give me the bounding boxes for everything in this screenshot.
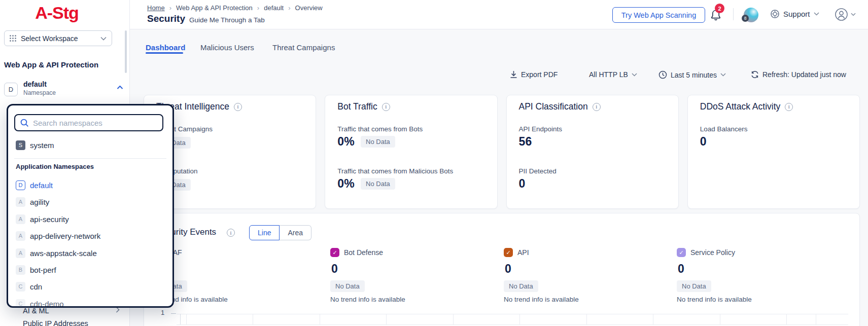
product-title: Web App & API Protection [4,60,98,69]
namespace-option-cdn-demo[interactable]: C cdn-demo [8,296,172,308]
card-api-classification: API Classification i API Endpoints 56 PI… [506,95,679,209]
namespace-option-cdn[interactable]: C cdn [8,278,172,295]
time-range-label: Last 5 minutes [671,71,717,79]
chart-mode-line[interactable]: Line [249,225,280,240]
no-data-badge: No Data [504,280,538,292]
header-divider [733,8,734,20]
app-root: A-Stg Select Workspace Web App & API Pro… [0,0,868,326]
support-menu[interactable]: Support [770,9,819,19]
summary-cards-row: Threat Intelligence i Threat Campaigns N… [144,95,860,209]
chevron-up-icon[interactable] [117,85,123,90]
namespace-option-label: api-security [30,215,69,224]
chart-mode-area[interactable]: Area [280,225,311,240]
try-web-app-scanning-button[interactable]: Try Web App Scanning [612,7,705,23]
legend-waf: ✓ WAF 0 No Data No trend info is availab… [153,248,305,276]
legend-checkbox-bot-defense[interactable]: ✓ [330,248,339,257]
tab-dashboard[interactable]: Dashboard [146,43,185,52]
metric-label: Traffic that comes from Bots [337,125,423,133]
sidebar-item-public-ip[interactable]: Public IP Addresses [23,319,88,326]
lifebuoy-icon [770,9,780,19]
guide-me-link[interactable]: Guide Me Through a Tab [189,16,265,24]
card-title: DDoS Attack Activity i [700,101,793,112]
namespace-initial-badge: A [16,231,25,241]
namespace-option-label: system [30,141,54,150]
namespace-search-box [14,114,163,131]
chart-gridline [720,314,720,324]
namespace-search-input[interactable] [33,119,157,127]
namespace-initial-badge: C [16,282,25,292]
info-icon[interactable]: i [234,103,242,111]
namespace-option-label: cdn-demo [30,300,64,308]
select-workspace-button[interactable]: Select Workspace [4,30,112,46]
namespace-initial-badge: C [16,299,25,308]
chart-gridline [453,314,454,324]
chart-gridline [177,314,848,314]
metric-label: Traffic that comes from Malicious Bots [337,167,453,175]
metric-value: 0 [700,135,707,149]
metric-label: Load Balancers [700,125,748,133]
lb-filter-dropdown[interactable]: All HTTP LB [589,70,637,79]
no-data-badge: No Data [677,280,711,292]
sidebar-scrollbar[interactable] [125,30,127,73]
card-title: API Classification i [519,101,601,112]
brand-logo[interactable]: A-Stg [0,3,114,23]
namespace-option-api-security[interactable]: A api-security [8,211,172,227]
search-icon [20,119,29,127]
tab-threat-campaigns[interactable]: Threat Campaigns [272,43,335,52]
y-axis-tick-mark [171,313,176,314]
account-menu[interactable] [835,8,856,21]
breadcrumb-home[interactable]: Home [147,4,165,12]
namespace-initial-badge: A [16,197,25,207]
metric-value: 0% [337,135,355,149]
breadcrumb: Home Web App & API Protection default Ov… [147,4,323,12]
namespace-option-bot-perf[interactable]: B bot-perf [8,262,172,278]
breadcrumb-namespace[interactable]: default [253,4,284,12]
export-pdf-label: Export PDF [521,70,558,79]
namespace-option-aws-appstack-scale[interactable]: A aws-appstack-scale [8,245,172,261]
chart-gridline [253,314,253,324]
namespace-initial-badge: B [16,265,25,275]
namespace-option-agility[interactable]: A agility [8,194,172,210]
info-icon[interactable]: i [785,103,793,111]
namespace-selector[interactable]: D default Namespace [4,83,126,100]
time-range-dropdown[interactable]: Last 5 minutes [658,70,726,79]
main-content: Dashboard Malicious Users Threat Campaig… [130,29,868,326]
trend-note: No trend info is available [330,296,405,303]
chart-gridline [816,314,816,324]
namespace-initial-badge: A [16,214,25,224]
refresh-status-button[interactable]: Refresh: Updated just now [751,70,846,79]
legend-checkbox-service-policy[interactable]: ✓ [677,248,686,257]
chevron-down-icon [814,12,819,16]
legend-label: API [517,248,529,257]
clock-icon [658,70,667,79]
info-icon[interactable]: i [593,103,601,111]
info-icon[interactable]: i [382,103,390,111]
namespace-option-app-delivery-network[interactable]: A app-delivery-network [8,228,172,244]
metric-value: 56 [519,135,532,149]
card-ddos-attack-activity: DDoS Attack Activity i Load Balancers 0 [687,95,860,209]
chart-mode-toggle: Line Area [249,225,311,240]
chart-gridline [177,324,848,325]
namespace-option-default[interactable]: D default [8,177,172,193]
namespace-option-label: agility [30,198,49,206]
legend-checkbox-api[interactable]: ✓ [504,248,513,257]
notification-count-badge: 2 [715,4,724,13]
sidebar-item-ai-ml[interactable]: AI & ML [23,307,124,315]
chevron-down-icon [720,73,726,77]
info-icon[interactable]: i [227,229,235,237]
export-pdf-button[interactable]: Export PDF [510,70,558,79]
namespace-option-system[interactable]: S system [8,137,172,153]
download-icon [510,70,517,79]
sidebar-item-label: Public IP Addresses [23,319,88,326]
no-data-badge: No Data [361,178,395,190]
breadcrumb-waap[interactable]: Web App & API Protection [165,4,253,12]
legend-api: ✓ API 0 No Data No trend info is availab… [504,248,656,276]
chart-gridline [186,314,187,324]
legend-label: Bot Defense [344,248,383,257]
legend-bot-defense: ✓ Bot Defense 0 No Data No trend info is… [330,248,482,276]
user-icon [835,8,848,21]
metric-value: 0% [337,177,355,191]
tab-malicious-users[interactable]: Malicious Users [200,43,254,52]
namespace-initial-badge: A [16,248,25,258]
chevron-down-icon [632,73,637,77]
